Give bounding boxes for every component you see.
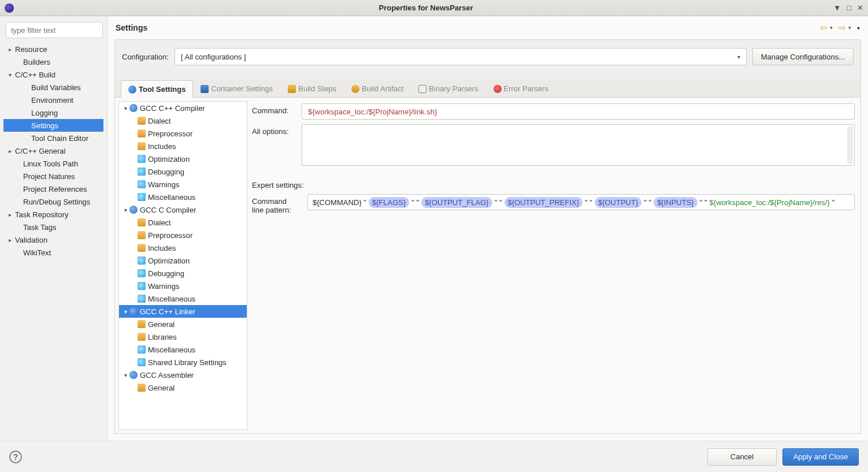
tool-tree-item-label: Miscellaneous [148, 193, 195, 202]
chevron-right-icon[interactable]: ▸ [6, 211, 14, 218]
configuration-select[interactable]: [ All configurations ] ▾ [175, 48, 747, 65]
sidebar-item-tool-chain-editor[interactable]: Tool Chain Editor [3, 132, 103, 144]
tool-tree[interactable]: ▾GCC C++ CompilerDialectPreprocessorIncl… [118, 101, 247, 430]
maximize-icon[interactable]: □ [847, 3, 851, 12]
minimize-icon[interactable]: ▼ [833, 3, 841, 12]
sidebar-item-wikitext[interactable]: WikiText [3, 246, 103, 259]
command-pattern-input[interactable]: ${COMMAND} " ${FLAGS} " " ${OUTPUT_FLAG}… [307, 194, 855, 210]
command-row: Command: ${workspace_loc:/${ProjName}/li… [252, 103, 855, 120]
tool-tree-item-general[interactable]: General [119, 318, 247, 330]
tool-tree-item-gcc-c-compiler[interactable]: ▾GCC C Compiler [119, 203, 247, 216]
sidebar-item-build-variables[interactable]: Build Variables [3, 81, 103, 94]
sidebar-item-project-references[interactable]: Project References [3, 183, 103, 195]
filter-input[interactable] [6, 22, 103, 38]
option-icon [138, 295, 146, 303]
eclipse-icon [5, 3, 14, 13]
configuration-value: [ All configurations ] [181, 53, 246, 61]
tab-label: Build Steps [298, 84, 336, 93]
tool-tree-item-dialect[interactable]: Dialect [119, 114, 247, 127]
tab-label: Binary Parsers [429, 84, 478, 93]
tool-icon [129, 307, 138, 315]
chevron-right-icon[interactable]: ▸ [6, 237, 14, 243]
back-dropdown-icon[interactable]: ▾ [830, 25, 833, 31]
tool-settings-body: ▾GCC C++ CompilerDialectPreprocessorIncl… [115, 98, 860, 433]
category-tree[interactable]: ▸ResourceBuilders▾C/C++ BuildBuild Varia… [3, 43, 103, 259]
help-icon[interactable]: ? [9, 451, 22, 463]
chevron-down-icon[interactable]: ▾ [121, 372, 129, 378]
sidebar-item-logging[interactable]: Logging [3, 106, 103, 119]
manage-configurations-button[interactable]: Manage Configurations... [752, 48, 854, 65]
option-icon [138, 333, 146, 341]
tool-tree-item-dialect[interactable]: Dialect [119, 216, 247, 229]
tool-tree-item-preprocessor[interactable]: Preprocessor [119, 127, 247, 140]
tool-tree-item-includes[interactable]: Includes [119, 140, 247, 153]
chevron-right-icon[interactable]: ▸ [6, 46, 14, 53]
sidebar-item-validation[interactable]: ▸Validation [3, 233, 103, 246]
sidebar-item-resource[interactable]: ▸Resource [3, 43, 103, 55]
sidebar-item-linux-tools-path[interactable]: Linux Tools Path [3, 157, 103, 170]
sidebar-item-c-c-build[interactable]: ▾C/C++ Build [3, 68, 103, 81]
tool-tree-item-gcc-assembler[interactable]: ▾GCC Assembler [119, 369, 247, 381]
page-title: Settings [116, 23, 820, 32]
chevron-down-icon[interactable]: ▾ [6, 72, 14, 78]
tool-tree-item-optimization[interactable]: Optimization [119, 153, 247, 165]
sidebar-item-settings[interactable]: Settings [3, 119, 103, 132]
sidebar-item-c-c-general[interactable]: ▸C/C++ General [3, 144, 103, 157]
command-input[interactable]: ${workspace_loc:/${ProjName}/link.sh} [302, 103, 855, 120]
tool-tree-item-optimization[interactable]: Optimization [119, 254, 247, 267]
tool-tree-item-libraries[interactable]: Libraries [119, 330, 247, 343]
tool-tree-item-preprocessor[interactable]: Preprocessor [119, 229, 247, 241]
chevron-down-icon[interactable]: ▾ [121, 309, 129, 315]
tab-tool-settings[interactable]: Tool Settings [121, 80, 193, 98]
option-icon [138, 244, 146, 252]
tool-tree-item-label: Warnings [148, 180, 179, 189]
tool-tree-item-includes[interactable]: Includes [119, 241, 247, 254]
tool-tree-item-gcc-c-compiler[interactable]: ▾GCC C++ Compiler [119, 102, 247, 114]
tab-build-steps[interactable]: Build Steps [280, 80, 344, 97]
forward-icon[interactable]: ⇨ [839, 23, 846, 33]
command-pattern-row: Command line pattern: ${COMMAND} " ${FLA… [252, 194, 855, 214]
tool-tree-item-miscellaneous[interactable]: Miscellaneous [119, 343, 247, 356]
tool-tree-item-gcc-c-linker[interactable]: ▾GCC C++ Linker [119, 305, 247, 318]
sidebar-item-label: Project References [22, 185, 87, 194]
tool-tree-item-general[interactable]: General [119, 381, 247, 394]
sidebar-item-task-repository[interactable]: ▸Task Repository [3, 208, 103, 221]
tool-tree-item-label: Includes [148, 244, 176, 252]
sidebar-item-project-natures[interactable]: Project Natures [3, 170, 103, 183]
back-icon[interactable]: ⇦ [820, 23, 828, 33]
tool-tree-item-label: Miscellaneous [148, 295, 195, 303]
tool-tree-item-warnings[interactable]: Warnings [119, 178, 247, 191]
tool-tree-item-miscellaneous[interactable]: Miscellaneous [119, 191, 247, 203]
cancel-button[interactable]: Cancel [707, 448, 777, 466]
tool-tree-item-shared-library-settings[interactable]: Shared Library Settings [119, 356, 247, 369]
view-menu-icon[interactable]: ▾ [857, 25, 860, 31]
tool-tree-item-debugging[interactable]: Debugging [119, 267, 247, 280]
sidebar-item-environment[interactable]: Environment [3, 94, 103, 106]
sidebar-item-label: Tool Chain Editor [30, 134, 88, 143]
sidebar-item-builders[interactable]: Builders [3, 55, 103, 68]
apply-and-close-button[interactable]: Apply and Close [782, 448, 859, 466]
close-icon[interactable]: ✕ [857, 3, 863, 12]
option-icon [138, 142, 146, 150]
chevron-right-icon[interactable]: ▸ [6, 148, 14, 154]
dialog-footer: ? Cancel Apply and Close [0, 441, 868, 472]
tool-tree-item-warnings[interactable]: Warnings [119, 280, 247, 292]
tab-container-settings[interactable]: Container Settings [193, 80, 280, 97]
forward-dropdown-icon[interactable]: ▾ [848, 25, 851, 31]
sidebar-item-run-debug-settings[interactable]: Run/Debug Settings [3, 195, 103, 208]
inputs-token: ${INPUTS} [654, 197, 698, 208]
option-icon [138, 345, 146, 354]
scrollbar[interactable] [847, 126, 853, 164]
sidebar-item-task-tags[interactable]: Task Tags [3, 221, 103, 233]
chevron-down-icon[interactable]: ▾ [121, 207, 129, 213]
tab-error-parsers[interactable]: Error Parsers [486, 80, 556, 97]
chevron-down-icon[interactable]: ▾ [121, 105, 129, 112]
tool-tree-item-debugging[interactable]: Debugging [119, 165, 247, 178]
tab-binary-parsers[interactable]: Binary Parsers [411, 80, 485, 97]
tab-build-artifact[interactable]: Build Artifact [344, 80, 411, 97]
tool-tree-item-miscellaneous[interactable]: Miscellaneous [119, 292, 247, 305]
tool-tree-item-label: Preprocessor [148, 129, 192, 138]
all-options-textarea[interactable] [302, 124, 855, 166]
main-header: Settings ⇦ ▾ ⇨ ▾ ▾ [107, 16, 868, 39]
output-token: ${OUTPUT} [595, 197, 641, 208]
